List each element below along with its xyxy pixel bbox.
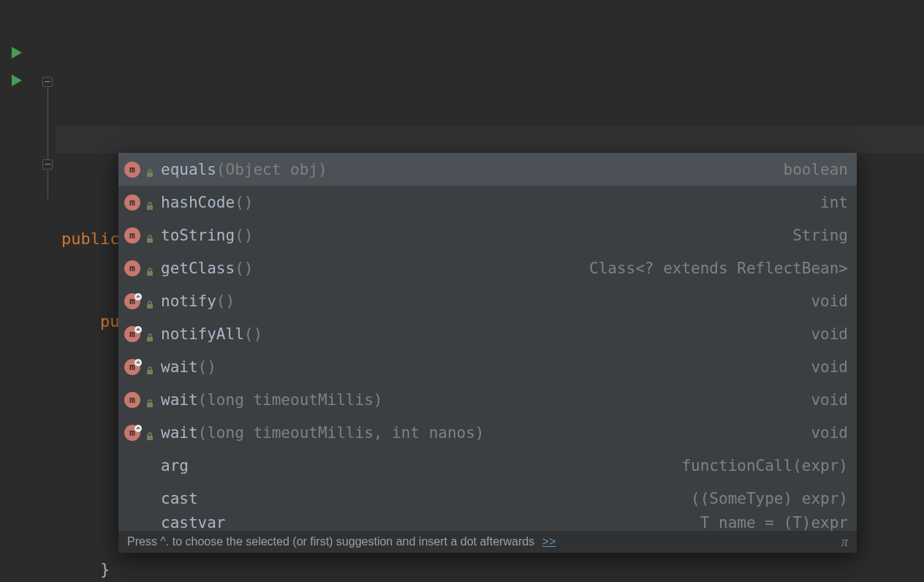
completion-item[interactable]: mwait(long timeoutMillis)void	[118, 383, 857, 416]
svg-rect-18	[147, 436, 153, 440]
completion-return-type: functionCall(expr)	[681, 457, 848, 475]
public-visibility-icon	[145, 197, 155, 208]
public-visibility-icon	[145, 296, 155, 306]
completion-signature: wait()	[161, 358, 216, 376]
public-visibility-icon	[145, 165, 155, 175]
completion-signature: hashCode()	[161, 194, 253, 211]
svg-marker-0	[12, 47, 22, 58]
footer-more-link[interactable]: >>	[542, 535, 556, 548]
override-overlay-icon	[135, 325, 142, 332]
completion-signature: notify()	[161, 292, 235, 310]
completion-return-type: void	[811, 391, 848, 409]
completion-return-type: void	[811, 292, 848, 310]
svg-rect-3	[147, 205, 153, 210]
public-visibility-icon	[145, 362, 155, 372]
completion-return-type: void	[811, 424, 848, 442]
svg-rect-2	[147, 173, 153, 177]
completion-item[interactable]: mwait()void	[118, 350, 857, 383]
keyword: public	[61, 230, 119, 248]
completion-signature: equals(Object obj)	[161, 161, 327, 178]
code-completion-popup: mequals(Object obj)booleanmhashCode()int…	[118, 153, 857, 553]
gutter: − −	[0, 0, 56, 582]
svg-rect-4	[147, 238, 153, 243]
public-visibility-icon	[145, 428, 155, 438]
public-visibility-icon	[145, 230, 155, 241]
public-visibility-icon	[145, 395, 155, 405]
footer-pi-icon[interactable]: π	[841, 534, 848, 550]
method-icon: m	[124, 326, 140, 342]
public-visibility-icon	[145, 329, 155, 339]
completion-item[interactable]: mtoString()String	[118, 219, 857, 252]
method-icon: m	[124, 293, 140, 309]
svg-rect-14	[147, 370, 153, 374]
completion-item[interactable]: mgetClass()Class<? extends ReflectBean>	[118, 252, 857, 284]
run-gutter-icon[interactable]	[9, 73, 26, 91]
svg-rect-8	[147, 304, 153, 309]
fold-guide	[48, 88, 48, 161]
completion-item[interactable]: mequals(Object obj)boolean	[118, 153, 857, 186]
completion-signature: castvar	[161, 515, 226, 531]
run-gutter-icon[interactable]	[9, 45, 26, 63]
svg-rect-15	[147, 403, 153, 407]
fold-guide	[48, 170, 48, 200]
completion-return-type: Class<? extends ReflectBean>	[589, 260, 848, 277]
completion-return-type: String	[792, 227, 848, 244]
brace: }	[100, 560, 110, 578]
completion-item[interactable]: cast((SomeType) expr)	[118, 482, 857, 515]
svg-rect-11	[147, 337, 153, 341]
completion-signature: getClass()	[161, 260, 253, 277]
completion-return-type: boolean	[783, 161, 848, 178]
completion-item[interactable]: argfunctionCall(expr)	[118, 449, 857, 482]
completion-return-type: ((SomeType) expr)	[691, 490, 848, 507]
method-icon: m	[124, 162, 140, 178]
current-line-highlight	[56, 126, 924, 154]
completion-item[interactable]: mnotifyAll()void	[118, 317, 857, 350]
footer-hint-label: Press ^. to choose the selected (or firs…	[127, 535, 534, 548]
completion-return-type: int	[820, 194, 848, 211]
override-overlay-icon	[135, 292, 142, 299]
completion-signature: notifyAll()	[161, 325, 262, 343]
method-icon: m	[124, 359, 140, 375]
fold-toggle-minus-icon[interactable]: −	[42, 77, 53, 87]
svg-rect-5	[147, 271, 153, 276]
code-line[interactable]: }	[61, 556, 924, 582]
completion-item[interactable]: mwait(long timeoutMillis, int nanos)void	[118, 416, 857, 449]
completion-signature: arg	[161, 457, 189, 475]
method-icon: m	[124, 194, 140, 211]
override-overlay-icon	[135, 423, 142, 431]
override-overlay-icon	[135, 358, 142, 365]
method-icon: m	[124, 227, 140, 243]
method-icon: m	[124, 425, 140, 441]
svg-marker-1	[12, 75, 22, 86]
completion-return-type: void	[811, 358, 848, 376]
completion-list[interactable]: mequals(Object obj)booleanmhashCode()int…	[118, 153, 857, 531]
method-icon: m	[124, 260, 140, 276]
completion-return-type: T name = (T)expr	[700, 515, 848, 531]
completion-footer: Press ^. to choose the selected (or firs…	[118, 531, 857, 553]
completion-item[interactable]: mhashCode()int	[118, 186, 857, 219]
completion-return-type: void	[811, 325, 848, 343]
completion-item[interactable]: castvarT name = (T)expr	[118, 515, 857, 531]
completion-signature: wait(long timeoutMillis)	[161, 391, 382, 409]
fold-toggle-minus-icon[interactable]: −	[42, 159, 53, 170]
completion-signature: cast	[161, 490, 198, 507]
completion-item[interactable]: mnotify()void	[118, 284, 857, 317]
public-visibility-icon	[145, 263, 155, 273]
completion-signature: wait(long timeoutMillis, int nanos)	[161, 424, 485, 442]
method-icon: m	[124, 392, 140, 408]
code-line[interactable]	[61, 73, 924, 88]
footer-hint-text: Press ^. to choose the selected (or firs…	[127, 535, 556, 548]
completion-signature: toString()	[161, 227, 253, 244]
